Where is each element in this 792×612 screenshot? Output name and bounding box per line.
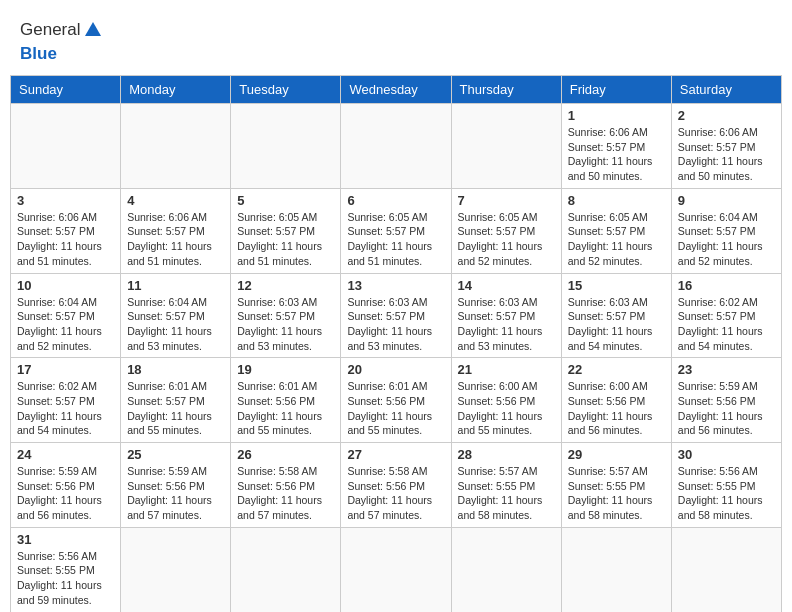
day-info: Sunrise: 5:57 AMSunset: 5:55 PMDaylight:… [568,464,665,523]
table-row: 19Sunrise: 6:01 AMSunset: 5:56 PMDayligh… [231,358,341,443]
day-info: Sunrise: 6:00 AMSunset: 5:56 PMDaylight:… [458,379,555,438]
table-row: 27Sunrise: 5:58 AMSunset: 5:56 PMDayligh… [341,443,451,528]
day-number: 2 [678,108,775,123]
table-row: 20Sunrise: 6:01 AMSunset: 5:56 PMDayligh… [341,358,451,443]
day-number: 7 [458,193,555,208]
day-info: Sunrise: 6:05 AMSunset: 5:57 PMDaylight:… [347,210,444,269]
day-info: Sunrise: 6:02 AMSunset: 5:57 PMDaylight:… [678,295,775,354]
day-info: Sunrise: 6:03 AMSunset: 5:57 PMDaylight:… [568,295,665,354]
table-row: 14Sunrise: 6:03 AMSunset: 5:57 PMDayligh… [451,273,561,358]
day-number: 22 [568,362,665,377]
table-row: 3Sunrise: 6:06 AMSunset: 5:57 PMDaylight… [11,188,121,273]
day-number: 24 [17,447,114,462]
table-row: 16Sunrise: 6:02 AMSunset: 5:57 PMDayligh… [671,273,781,358]
day-info: Sunrise: 6:04 AMSunset: 5:57 PMDaylight:… [127,295,224,354]
day-info: Sunrise: 6:06 AMSunset: 5:57 PMDaylight:… [678,125,775,184]
calendar-row-2: 3Sunrise: 6:06 AMSunset: 5:57 PMDaylight… [11,188,782,273]
day-number: 23 [678,362,775,377]
day-info: Sunrise: 6:06 AMSunset: 5:57 PMDaylight:… [17,210,114,269]
table-row: 1Sunrise: 6:06 AMSunset: 5:57 PMDaylight… [561,104,671,189]
day-info: Sunrise: 6:00 AMSunset: 5:56 PMDaylight:… [568,379,665,438]
table-row: 31Sunrise: 5:56 AMSunset: 5:55 PMDayligh… [11,527,121,612]
day-info: Sunrise: 6:01 AMSunset: 5:56 PMDaylight:… [347,379,444,438]
day-info: Sunrise: 6:04 AMSunset: 5:57 PMDaylight:… [678,210,775,269]
weekday-header-row: SundayMondayTuesdayWednesdayThursdayFrid… [11,76,782,104]
day-number: 10 [17,278,114,293]
table-row: 26Sunrise: 5:58 AMSunset: 5:56 PMDayligh… [231,443,341,528]
day-info: Sunrise: 5:56 AMSunset: 5:55 PMDaylight:… [678,464,775,523]
table-row: 7Sunrise: 6:05 AMSunset: 5:57 PMDaylight… [451,188,561,273]
weekday-header-thursday: Thursday [451,76,561,104]
day-number: 20 [347,362,444,377]
day-number: 18 [127,362,224,377]
day-info: Sunrise: 6:05 AMSunset: 5:57 PMDaylight:… [458,210,555,269]
day-number: 9 [678,193,775,208]
weekday-header-sunday: Sunday [11,76,121,104]
table-row: 21Sunrise: 6:00 AMSunset: 5:56 PMDayligh… [451,358,561,443]
day-info: Sunrise: 6:06 AMSunset: 5:57 PMDaylight:… [568,125,665,184]
day-number: 6 [347,193,444,208]
day-number: 12 [237,278,334,293]
table-row: 29Sunrise: 5:57 AMSunset: 5:55 PMDayligh… [561,443,671,528]
calendar-row-5: 24Sunrise: 5:59 AMSunset: 5:56 PMDayligh… [11,443,782,528]
calendar-row-4: 17Sunrise: 6:02 AMSunset: 5:57 PMDayligh… [11,358,782,443]
day-info: Sunrise: 5:56 AMSunset: 5:55 PMDaylight:… [17,549,114,608]
day-number: 29 [568,447,665,462]
day-info: Sunrise: 5:58 AMSunset: 5:56 PMDaylight:… [237,464,334,523]
table-row: 28Sunrise: 5:57 AMSunset: 5:55 PMDayligh… [451,443,561,528]
table-row [121,104,231,189]
calendar-row-3: 10Sunrise: 6:04 AMSunset: 5:57 PMDayligh… [11,273,782,358]
logo: General Blue [20,20,101,64]
table-row [341,104,451,189]
table-row: 23Sunrise: 5:59 AMSunset: 5:56 PMDayligh… [671,358,781,443]
day-info: Sunrise: 6:04 AMSunset: 5:57 PMDaylight:… [17,295,114,354]
day-info: Sunrise: 6:03 AMSunset: 5:57 PMDaylight:… [347,295,444,354]
table-row: 13Sunrise: 6:03 AMSunset: 5:57 PMDayligh… [341,273,451,358]
header: General Blue [10,10,782,69]
day-number: 11 [127,278,224,293]
day-number: 15 [568,278,665,293]
table-row: 25Sunrise: 5:59 AMSunset: 5:56 PMDayligh… [121,443,231,528]
logo-triangle-icon [85,22,101,36]
table-row [231,527,341,612]
logo-wordmark: General [20,20,101,40]
weekday-header-saturday: Saturday [671,76,781,104]
day-number: 21 [458,362,555,377]
day-info: Sunrise: 6:03 AMSunset: 5:57 PMDaylight:… [237,295,334,354]
weekday-header-monday: Monday [121,76,231,104]
table-row: 12Sunrise: 6:03 AMSunset: 5:57 PMDayligh… [231,273,341,358]
table-row: 22Sunrise: 6:00 AMSunset: 5:56 PMDayligh… [561,358,671,443]
day-number: 17 [17,362,114,377]
day-info: Sunrise: 6:01 AMSunset: 5:56 PMDaylight:… [237,379,334,438]
table-row: 11Sunrise: 6:04 AMSunset: 5:57 PMDayligh… [121,273,231,358]
table-row [341,527,451,612]
table-row: 15Sunrise: 6:03 AMSunset: 5:57 PMDayligh… [561,273,671,358]
table-row [121,527,231,612]
calendar-row-1: 1Sunrise: 6:06 AMSunset: 5:57 PMDaylight… [11,104,782,189]
table-row: 24Sunrise: 5:59 AMSunset: 5:56 PMDayligh… [11,443,121,528]
calendar: SundayMondayTuesdayWednesdayThursdayFrid… [10,75,782,612]
calendar-row-6: 31Sunrise: 5:56 AMSunset: 5:55 PMDayligh… [11,527,782,612]
day-info: Sunrise: 6:05 AMSunset: 5:57 PMDaylight:… [568,210,665,269]
day-number: 19 [237,362,334,377]
day-number: 16 [678,278,775,293]
logo-general-text: General [20,20,80,40]
table-row [451,527,561,612]
day-info: Sunrise: 5:59 AMSunset: 5:56 PMDaylight:… [127,464,224,523]
day-info: Sunrise: 6:02 AMSunset: 5:57 PMDaylight:… [17,379,114,438]
logo-blue-text: Blue [20,44,57,64]
day-info: Sunrise: 6:05 AMSunset: 5:57 PMDaylight:… [237,210,334,269]
table-row [561,527,671,612]
weekday-header-wednesday: Wednesday [341,76,451,104]
table-row: 30Sunrise: 5:56 AMSunset: 5:55 PMDayligh… [671,443,781,528]
day-number: 14 [458,278,555,293]
day-info: Sunrise: 6:03 AMSunset: 5:57 PMDaylight:… [458,295,555,354]
day-number: 25 [127,447,224,462]
day-number: 3 [17,193,114,208]
day-info: Sunrise: 5:58 AMSunset: 5:56 PMDaylight:… [347,464,444,523]
table-row: 6Sunrise: 6:05 AMSunset: 5:57 PMDaylight… [341,188,451,273]
day-number: 28 [458,447,555,462]
table-row [11,104,121,189]
day-info: Sunrise: 5:59 AMSunset: 5:56 PMDaylight:… [678,379,775,438]
day-number: 30 [678,447,775,462]
